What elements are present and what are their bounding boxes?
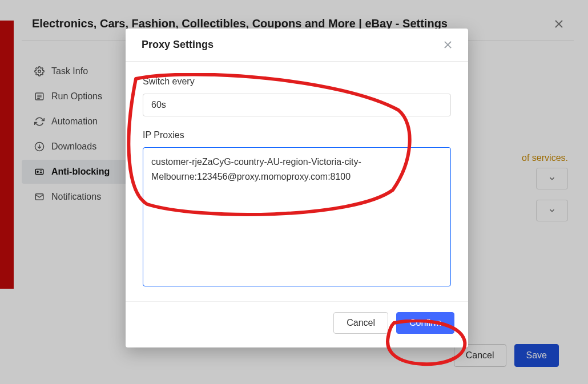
switch-every-input[interactable] xyxy=(143,94,451,116)
page-background: Electronics, Cars, Fashion, Collectibles… xyxy=(0,0,588,384)
proxy-settings-modal: Proxy Settings Switch every IP Proxies C… xyxy=(126,29,468,347)
modal-header: Proxy Settings xyxy=(126,29,468,62)
ip-proxies-label: IP Proxies xyxy=(143,130,451,140)
modal-body: Switch every IP Proxies xyxy=(126,62,468,296)
modal-title: Proxy Settings xyxy=(142,39,214,51)
confirm-button[interactable]: Confirm xyxy=(396,312,454,334)
cancel-button[interactable]: Cancel xyxy=(333,312,388,334)
modal-footer: Cancel Confirm xyxy=(126,301,468,347)
switch-every-label: Switch every xyxy=(143,76,451,87)
ip-proxies-textarea[interactable] xyxy=(143,147,451,286)
close-icon[interactable] xyxy=(444,41,452,49)
